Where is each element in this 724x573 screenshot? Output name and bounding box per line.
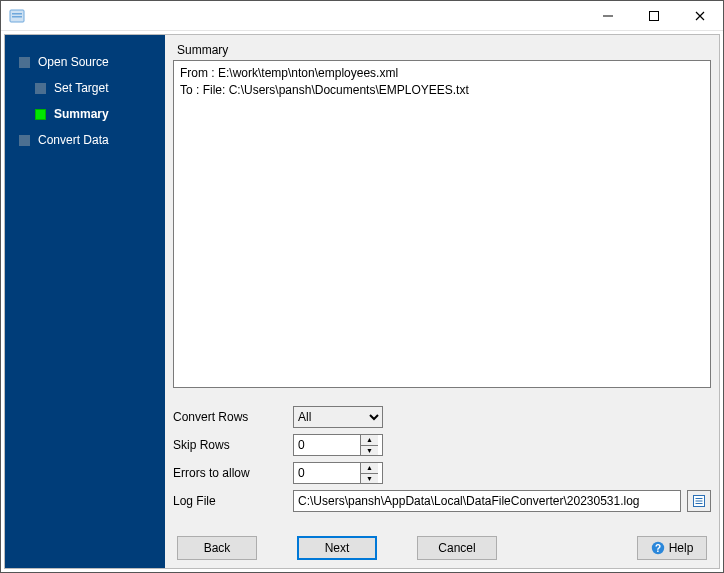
spin-up-icon[interactable]: ▲ bbox=[361, 463, 378, 474]
errors-allow-label: Errors to allow bbox=[173, 466, 293, 480]
svg-rect-6 bbox=[696, 498, 703, 499]
errors-allow-input[interactable] bbox=[294, 463, 360, 483]
step-open-source[interactable]: Open Source bbox=[5, 49, 165, 75]
log-file-label: Log File bbox=[173, 494, 293, 508]
row-convert-rows: Convert Rows All bbox=[173, 406, 711, 428]
svg-rect-4 bbox=[650, 11, 659, 20]
step-label: Open Source bbox=[38, 55, 109, 69]
options-form: Convert Rows All Skip Rows ▲ ▼ bbox=[173, 406, 711, 518]
svg-rect-2 bbox=[12, 16, 22, 18]
errors-allow-spinner[interactable]: ▲ ▼ bbox=[293, 462, 383, 484]
step-set-target[interactable]: Set Target bbox=[5, 75, 165, 101]
step-convert-data[interactable]: Convert Data bbox=[5, 127, 165, 153]
skip-rows-label: Skip Rows bbox=[173, 438, 293, 452]
client-area: Open Source Set Target Summary Convert D… bbox=[4, 34, 720, 569]
convert-rows-label: Convert Rows bbox=[173, 410, 293, 424]
close-button[interactable] bbox=[677, 1, 723, 31]
summary-textbox[interactable]: From : E:\work\temp\nton\employees.xml T… bbox=[173, 60, 711, 388]
row-log-file: Log File bbox=[173, 490, 711, 512]
svg-text:?: ? bbox=[655, 543, 661, 554]
spin-down-icon[interactable]: ▼ bbox=[361, 446, 378, 456]
wizard-sidebar: Open Source Set Target Summary Convert D… bbox=[5, 35, 165, 568]
step-marker-icon bbox=[19, 135, 30, 146]
svg-rect-1 bbox=[12, 13, 22, 15]
step-label: Set Target bbox=[54, 81, 108, 95]
skip-rows-input[interactable] bbox=[294, 435, 360, 455]
convert-rows-select[interactable]: All bbox=[293, 406, 383, 428]
skip-rows-spinner[interactable]: ▲ ▼ bbox=[293, 434, 383, 456]
back-button[interactable]: Back bbox=[177, 536, 257, 560]
minimize-button[interactable] bbox=[585, 1, 631, 31]
titlebar bbox=[1, 1, 723, 31]
step-summary[interactable]: Summary bbox=[5, 101, 165, 127]
summary-heading: Summary bbox=[177, 43, 711, 57]
step-label: Summary bbox=[54, 107, 109, 121]
next-button[interactable]: Next bbox=[297, 536, 377, 560]
cancel-button[interactable]: Cancel bbox=[417, 536, 497, 560]
help-button[interactable]: ? Help bbox=[637, 536, 707, 560]
row-errors-allow: Errors to allow ▲ ▼ bbox=[173, 462, 711, 484]
step-marker-icon bbox=[35, 83, 46, 94]
spin-up-icon[interactable]: ▲ bbox=[361, 435, 378, 446]
spin-down-icon[interactable]: ▼ bbox=[361, 474, 378, 484]
main-panel: Summary From : E:\work\temp\nton\employe… bbox=[165, 35, 719, 568]
app-window: Open Source Set Target Summary Convert D… bbox=[0, 0, 724, 573]
svg-rect-3 bbox=[603, 15, 613, 16]
svg-rect-7 bbox=[696, 501, 703, 502]
browse-icon bbox=[692, 494, 706, 508]
svg-rect-8 bbox=[696, 503, 703, 504]
log-file-input[interactable] bbox=[293, 490, 681, 512]
wizard-buttons: Back Next Cancel ? Help bbox=[173, 536, 711, 560]
app-icon bbox=[9, 8, 25, 24]
help-icon: ? bbox=[651, 541, 665, 555]
step-marker-icon bbox=[19, 57, 30, 68]
step-label: Convert Data bbox=[38, 133, 109, 147]
summary-from-line: From : E:\work\temp\nton\employees.xml bbox=[180, 65, 704, 82]
summary-to-line: To : File: C:\Users\pansh\Documents\EMPL… bbox=[180, 82, 704, 99]
maximize-button[interactable] bbox=[631, 1, 677, 31]
row-skip-rows: Skip Rows ▲ ▼ bbox=[173, 434, 711, 456]
browse-log-button[interactable] bbox=[687, 490, 711, 512]
step-marker-icon bbox=[35, 109, 46, 120]
